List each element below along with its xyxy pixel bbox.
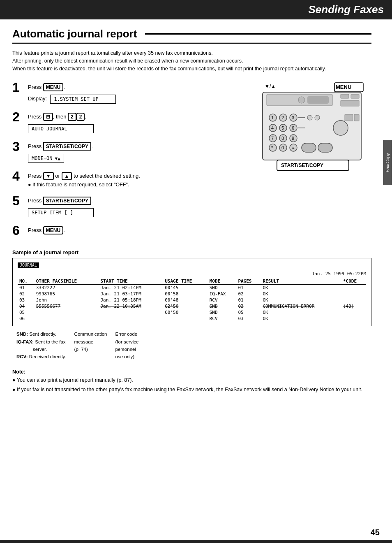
bottom-bar	[0, 540, 392, 543]
step-2: 2 Press ⊟, then 22. AUTO JOURNAL	[12, 110, 252, 133]
side-tab: Fax/Copy	[383, 140, 392, 185]
up-key: ▲	[62, 172, 72, 180]
display-label-1: Display:	[28, 95, 47, 102]
legend-col-1: SND: Sent directly. IQ-FAX: Sent to the …	[16, 330, 66, 361]
svg-text:5: 5	[281, 125, 284, 130]
svg-text:6: 6	[292, 125, 294, 130]
svg-point-5	[298, 97, 305, 103]
legend-error-3: personnel	[115, 346, 139, 353]
svg-rect-41	[302, 143, 316, 152]
step-2-text: Press ⊟, then 22.	[28, 113, 252, 121]
svg-rect-19	[345, 114, 353, 121]
step-4-content: Press ▼ or ▲ to select the desired setti…	[28, 169, 252, 188]
legend-error-1: Error code	[115, 330, 139, 338]
step-3-content: Press START/SET/COPY. MODE=ON ▼▲	[28, 140, 252, 163]
description: This feature prints a journal report aut…	[12, 49, 371, 72]
sample-section: Sample of a journal report JOURNAL Jan. …	[12, 249, 371, 361]
svg-text:0: 0	[281, 145, 284, 150]
step-2-content: Press ⊟, then 22. AUTO JOURNAL	[28, 110, 252, 133]
svg-text:7: 7	[271, 136, 274, 141]
svg-text:8: 8	[281, 136, 284, 141]
step-6: 6 Press MENU.	[12, 224, 252, 237]
step-5-content: Press START/SET/COPY. SETUP ITEM [ ]	[28, 194, 252, 217]
display-box-2: AUTO JOURNAL	[28, 124, 94, 133]
sample-title: Sample of a journal report	[12, 249, 371, 255]
desc-line-1: This feature prints a journal report aut…	[12, 49, 371, 57]
journal-row-4: 04 555556677 Jan. 22 10:35AM 02'50 SND 0…	[18, 303, 366, 309]
journal-header-row: NO. OTHER FACSIMILE START TIME USAGE TIM…	[18, 278, 366, 285]
journal-row-3: 03 John Jan. 21 05:18PM 00'48 RCV 01 OK	[18, 297, 366, 303]
journal-row-5: 05 00'50 SND 05 OK	[18, 309, 366, 316]
page-number: 45	[371, 528, 380, 537]
col-pages: PAGES	[236, 278, 261, 285]
journal-date: Jan. 25 1999 05:22PM	[18, 271, 366, 276]
svg-rect-9	[341, 100, 359, 106]
legend-area: SND: Sent directly. IQ-FAX: Sent to the …	[12, 330, 371, 361]
step-1-number: 1	[12, 81, 25, 94]
svg-text:#: #	[292, 146, 295, 150]
step-3-text: Press START/SET/COPY.	[28, 142, 252, 151]
step-4-number: 4	[12, 169, 25, 183]
legend-comm-3: (p. 74)	[74, 346, 107, 353]
note-2: If your fax is not transmitted to the ot…	[12, 386, 371, 394]
svg-text:START/SET/COPY: START/SET/COPY	[281, 162, 323, 168]
journal-label: JOURNAL	[18, 262, 39, 268]
svg-rect-8	[351, 94, 359, 98]
journal-row-6: 06 RCV 03 OK	[18, 316, 366, 322]
start-set-copy-key-5: START/SET/COPY	[43, 197, 91, 205]
svg-point-17	[307, 115, 312, 120]
step-6-content: Press MENU.	[28, 224, 252, 236]
svg-text:MENU: MENU	[336, 84, 351, 90]
step-5-number: 5	[12, 194, 25, 207]
page-title: Automatic journal report	[12, 28, 371, 44]
device-illustration: ▼/▲ MENU 1	[261, 81, 371, 244]
col-start: START TIME	[99, 278, 163, 285]
col-code: *CODE	[341, 278, 366, 285]
svg-text:2: 2	[281, 115, 284, 120]
step-6-text: Press MENU.	[28, 226, 252, 234]
svg-text:4: 4	[271, 125, 274, 130]
col-usage: USAGE TIME	[163, 278, 208, 285]
legend-snd: SND: Sent directly.	[16, 330, 66, 338]
start-set-copy-key-3: START/SET/COPY	[43, 142, 91, 151]
svg-rect-7	[341, 94, 349, 98]
steps-left: 1 Press MENU. Display: 1.SYSTEM SET UP 2	[12, 81, 252, 244]
step-2-number: 2	[12, 110, 25, 123]
key-2b: 2	[76, 113, 85, 121]
svg-rect-20	[354, 114, 359, 121]
svg-point-18	[315, 115, 320, 120]
col-no: NO.	[18, 278, 35, 285]
svg-text:1: 1	[271, 115, 274, 120]
menu-key-1: MENU	[43, 83, 63, 91]
step-4: 4 Press ▼ or ▲ to select the desired set…	[12, 169, 252, 188]
notes-title: Note:	[12, 369, 371, 375]
step-4-text: Press ▼ or ▲ to select the desired setti…	[28, 172, 252, 180]
svg-rect-6	[308, 97, 328, 103]
journal-table: NO. OTHER FACSIMILE START TIME USAGE TIM…	[18, 278, 366, 322]
step-4-bullet: If this feature is not required, select …	[28, 182, 252, 188]
menu-key-6: MENU	[43, 226, 63, 234]
hash-key: ⊟	[43, 113, 53, 121]
note-1: You can also print a journal report manu…	[12, 376, 371, 384]
svg-text:*: *	[271, 145, 273, 150]
page-header: Sending Faxes	[0, 0, 392, 19]
step-3: 3 Press START/SET/COPY. MODE=ON ▼▲	[12, 140, 252, 163]
svg-text:9: 9	[292, 136, 294, 141]
svg-rect-42	[318, 143, 332, 152]
legend-error-4: use only)	[115, 353, 139, 360]
step-1-content: Press MENU. Display: 1.SYSTEM SET UP	[28, 81, 252, 104]
journal-row-1: 01 3332222 Jan. 21 02:14PM 00'45 SND 01 …	[18, 285, 366, 291]
device-svg: ▼/▲ MENU 1	[261, 81, 367, 171]
step-1: 1 Press MENU. Display: 1.SYSTEM SET UP	[12, 81, 252, 104]
col-result: RESULT	[261, 278, 341, 285]
main-content: Automatic journal report This feature pr…	[0, 20, 392, 402]
step-5-text: Press START/SET/COPY.	[28, 197, 252, 205]
display-box-5: SETUP ITEM [ ]	[28, 208, 94, 217]
step-5-display-row: SETUP ITEM [ ]	[28, 207, 252, 217]
legend-iqfax-cont: server.	[16, 346, 66, 353]
step-6-number: 6	[12, 224, 25, 237]
key-2a: 2	[68, 113, 76, 121]
header-title: Sending Faxes	[309, 3, 384, 16]
svg-text:3: 3	[292, 115, 294, 120]
desc-line-2: After printing, only the oldest communic…	[12, 57, 371, 65]
